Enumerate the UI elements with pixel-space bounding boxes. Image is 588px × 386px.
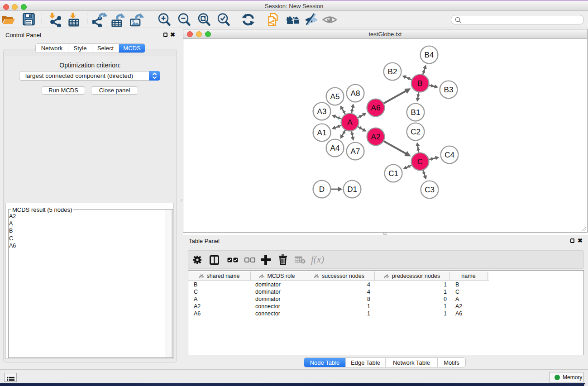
svg-text:D1: D1	[347, 185, 357, 194]
svg-text:A7: A7	[351, 147, 360, 156]
svg-text:C4: C4	[445, 151, 454, 159]
svg-text:B4: B4	[425, 51, 434, 59]
svg-text:B: B	[417, 79, 422, 88]
svg-text:A3: A3	[317, 107, 327, 116]
svg-text:C2: C2	[411, 128, 421, 136]
svg-text:C1: C1	[388, 169, 398, 178]
svg-text:D: D	[319, 185, 325, 194]
svg-text:A8: A8	[351, 89, 360, 98]
svg-text:A4: A4	[330, 144, 340, 152]
svg-text:B1: B1	[411, 108, 421, 117]
svg-text:B2: B2	[388, 67, 397, 76]
svg-text:A: A	[347, 118, 353, 127]
svg-text:A1: A1	[317, 129, 327, 137]
svg-text:A5: A5	[330, 92, 340, 101]
svg-text:B3: B3	[444, 86, 454, 94]
svg-text:C3: C3	[425, 186, 435, 194]
svg-text:A6: A6	[371, 104, 381, 112]
svg-text:A2: A2	[371, 133, 381, 141]
svg-text:C: C	[417, 157, 423, 166]
